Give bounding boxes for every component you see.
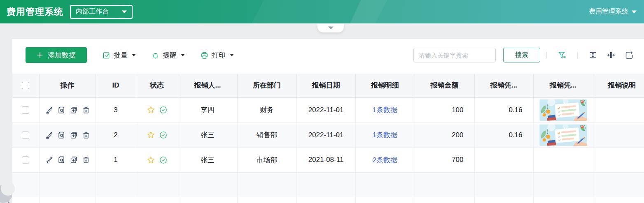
export-icon: [625, 51, 634, 60]
cell-note: [593, 97, 644, 122]
batch-checkbox-icon: [103, 51, 110, 59]
search-button[interactable]: 搜索: [503, 48, 540, 62]
batch-label: 批量: [114, 51, 128, 60]
remind-label: 提醒: [163, 51, 177, 60]
copy-icon[interactable]: [70, 156, 78, 164]
account-label: 费用管理系统: [589, 7, 628, 16]
preview-icon[interactable]: [57, 131, 65, 139]
table-row: 2 张三 销售部 2022-11-01 1条数据 200 0.16: [12, 122, 644, 148]
column-header-note: 报销说明: [593, 74, 644, 97]
cell-voucher-amount: 0.16: [474, 97, 533, 122]
add-data-label: 添加数据: [48, 51, 76, 60]
cell-dept: 市场部: [237, 148, 296, 172]
column-header-detail: 报销明细: [355, 74, 415, 97]
workspace-label: 内部工作台: [76, 7, 109, 16]
approved-icon: [159, 156, 168, 164]
printer-icon: [201, 51, 208, 59]
edit-icon[interactable]: [45, 156, 53, 164]
chevron-down-icon: [230, 54, 234, 56]
star-icon[interactable]: [147, 131, 155, 139]
star-icon[interactable]: [147, 106, 155, 114]
account-menu[interactable]: 费用管理系统: [589, 7, 637, 16]
detail-link[interactable]: 2条数据: [373, 156, 397, 164]
cell-id: 1: [96, 148, 136, 172]
voucher-thumbnail[interactable]: [539, 125, 588, 146]
app-header: 费用管理系统 内部工作台 费用管理系统: [0, 0, 644, 23]
toolbar-right: 搜索: [413, 48, 638, 62]
filter-button[interactable]: [557, 50, 567, 60]
column-header-amount: 报销金额: [415, 74, 474, 97]
toolbar: 添加数据 批量 提醒: [26, 47, 638, 63]
column-width-button[interactable]: [606, 50, 616, 60]
table-row: 3 李四 财务 2022-11-01 1条数据 100 0.16: [12, 97, 644, 122]
bell-icon: [152, 51, 159, 59]
cell-voucher-image: [533, 122, 593, 148]
cell-dept: 销售部: [237, 122, 296, 148]
cell-voucher-image: [533, 97, 593, 122]
export-button[interactable]: [624, 50, 634, 60]
row-height-button[interactable]: [588, 50, 598, 60]
cell-amount: 700: [415, 148, 474, 172]
cell-amount: 200: [415, 122, 474, 148]
row-checkbox[interactable]: [22, 131, 29, 139]
cell-note: [593, 122, 644, 148]
search-input[interactable]: [413, 48, 496, 62]
copy-icon[interactable]: [70, 106, 78, 114]
preview-icon[interactable]: [57, 106, 65, 114]
app-title: 费用管理系统: [7, 6, 63, 18]
edit-icon[interactable]: [45, 106, 53, 114]
star-icon[interactable]: [147, 156, 155, 164]
workspace-selector[interactable]: 内部工作台: [70, 5, 133, 19]
data-view-card: 添加数据 批量 提醒: [12, 39, 644, 203]
detail-link[interactable]: 1条数据: [373, 106, 397, 114]
cell-id: 2: [96, 122, 136, 148]
column-header-id: ID: [96, 74, 136, 97]
cell-amount: 100: [415, 97, 474, 122]
column-width-icon: [607, 51, 616, 60]
column-header-person: 报销人...: [178, 74, 237, 97]
cell-dept: 财务: [237, 97, 296, 122]
collapse-tab[interactable]: [317, 23, 344, 32]
add-data-button[interactable]: 添加数据: [26, 47, 87, 63]
divider: [577, 52, 578, 58]
cell-date: 2022-11-01: [296, 122, 355, 148]
edit-icon[interactable]: [45, 131, 53, 139]
cell-date: 2021-08-11: [296, 148, 355, 172]
cell-voucher-amount: [474, 148, 533, 172]
cell-id: 3: [96, 97, 136, 122]
floating-widget[interactable]: [0, 185, 12, 203]
column-header-dept: 所在部门: [237, 74, 296, 97]
column-header-status: 状态: [136, 74, 178, 97]
column-header-voucher-image: 报销凭...: [533, 74, 593, 97]
chevron-down-icon: [132, 54, 136, 56]
chevron-down-icon: [122, 10, 127, 14]
detail-link[interactable]: 1条数据: [373, 131, 397, 139]
empty-row: [12, 172, 644, 197]
table-row: 1 张三 市场部 2021-08-11 2条数据 700: [12, 148, 644, 172]
cell-person: 李四: [178, 97, 237, 122]
delete-icon[interactable]: [82, 106, 90, 114]
row-height-icon: [588, 51, 597, 60]
delete-icon[interactable]: [82, 131, 90, 139]
select-all-checkbox[interactable]: [22, 82, 29, 89]
copy-icon[interactable]: [70, 131, 78, 139]
row-checkbox[interactable]: [22, 106, 29, 114]
divider: [546, 52, 547, 58]
cell-person: 张三: [178, 148, 237, 172]
print-label: 打印: [212, 51, 226, 60]
cell-voucher-image: [533, 148, 593, 172]
chevron-down-icon: [181, 54, 185, 56]
column-header-op: 操作: [39, 74, 96, 97]
remind-menu[interactable]: 提醒: [152, 51, 185, 60]
delete-icon[interactable]: [82, 156, 90, 164]
row-checkbox[interactable]: [22, 156, 29, 164]
voucher-thumbnail[interactable]: [539, 99, 588, 121]
cell-person: 张三: [178, 122, 237, 148]
print-menu[interactable]: 打印: [201, 51, 234, 60]
batch-menu[interactable]: 批量: [103, 51, 136, 60]
column-header-date: 报销日期: [296, 74, 355, 97]
approved-icon: [159, 131, 168, 139]
filter-icon: [558, 51, 567, 60]
chevron-down-icon: [632, 10, 637, 14]
preview-icon[interactable]: [57, 156, 65, 164]
